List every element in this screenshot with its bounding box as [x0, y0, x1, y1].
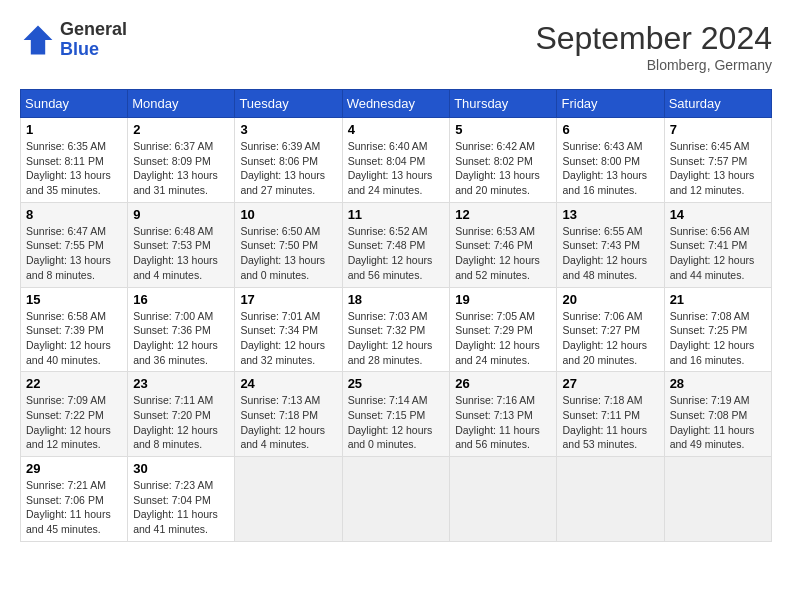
- day-number: 19: [455, 292, 551, 307]
- calendar-cell: 30Sunrise: 7:23 AMSunset: 7:04 PMDayligh…: [128, 457, 235, 542]
- page-header: General Blue September 2024 Blomberg, Ge…: [20, 20, 772, 73]
- day-info: Sunrise: 7:19 AMSunset: 7:08 PMDaylight:…: [670, 393, 766, 452]
- day-number: 14: [670, 207, 766, 222]
- day-number: 28: [670, 376, 766, 391]
- day-info: Sunrise: 6:56 AMSunset: 7:41 PMDaylight:…: [670, 224, 766, 283]
- day-number: 9: [133, 207, 229, 222]
- day-number: 1: [26, 122, 122, 137]
- day-info: Sunrise: 6:47 AMSunset: 7:55 PMDaylight:…: [26, 224, 122, 283]
- calendar-week-row: 15Sunrise: 6:58 AMSunset: 7:39 PMDayligh…: [21, 287, 772, 372]
- calendar-cell: 4Sunrise: 6:40 AMSunset: 8:04 PMDaylight…: [342, 118, 450, 203]
- calendar-cell: 7Sunrise: 6:45 AMSunset: 7:57 PMDaylight…: [664, 118, 771, 203]
- calendar-cell: 22Sunrise: 7:09 AMSunset: 7:22 PMDayligh…: [21, 372, 128, 457]
- logo: General Blue: [20, 20, 127, 60]
- calendar-cell: [342, 457, 450, 542]
- day-number: 4: [348, 122, 445, 137]
- day-info: Sunrise: 7:11 AMSunset: 7:20 PMDaylight:…: [133, 393, 229, 452]
- calendar-cell: 21Sunrise: 7:08 AMSunset: 7:25 PMDayligh…: [664, 287, 771, 372]
- day-number: 13: [562, 207, 658, 222]
- calendar-cell: [235, 457, 342, 542]
- calendar-cell: 1Sunrise: 6:35 AMSunset: 8:11 PMDaylight…: [21, 118, 128, 203]
- day-number: 23: [133, 376, 229, 391]
- calendar-cell: [557, 457, 664, 542]
- day-number: 27: [562, 376, 658, 391]
- calendar-week-row: 8Sunrise: 6:47 AMSunset: 7:55 PMDaylight…: [21, 202, 772, 287]
- day-number: 8: [26, 207, 122, 222]
- day-number: 7: [670, 122, 766, 137]
- calendar-cell: 13Sunrise: 6:55 AMSunset: 7:43 PMDayligh…: [557, 202, 664, 287]
- day-of-week-header: Sunday: [21, 90, 128, 118]
- day-info: Sunrise: 6:52 AMSunset: 7:48 PMDaylight:…: [348, 224, 445, 283]
- calendar-cell: 18Sunrise: 7:03 AMSunset: 7:32 PMDayligh…: [342, 287, 450, 372]
- day-of-week-header: Thursday: [450, 90, 557, 118]
- day-number: 3: [240, 122, 336, 137]
- day-info: Sunrise: 6:37 AMSunset: 8:09 PMDaylight:…: [133, 139, 229, 198]
- calendar-cell: 16Sunrise: 7:00 AMSunset: 7:36 PMDayligh…: [128, 287, 235, 372]
- calendar-header-row: SundayMondayTuesdayWednesdayThursdayFrid…: [21, 90, 772, 118]
- calendar-cell: 19Sunrise: 7:05 AMSunset: 7:29 PMDayligh…: [450, 287, 557, 372]
- calendar-cell: 10Sunrise: 6:50 AMSunset: 7:50 PMDayligh…: [235, 202, 342, 287]
- calendar-cell: 28Sunrise: 7:19 AMSunset: 7:08 PMDayligh…: [664, 372, 771, 457]
- calendar-week-row: 29Sunrise: 7:21 AMSunset: 7:06 PMDayligh…: [21, 457, 772, 542]
- day-info: Sunrise: 6:58 AMSunset: 7:39 PMDaylight:…: [26, 309, 122, 368]
- day-info: Sunrise: 7:09 AMSunset: 7:22 PMDaylight:…: [26, 393, 122, 452]
- day-number: 6: [562, 122, 658, 137]
- calendar-cell: 14Sunrise: 6:56 AMSunset: 7:41 PMDayligh…: [664, 202, 771, 287]
- day-number: 10: [240, 207, 336, 222]
- calendar-cell: 5Sunrise: 6:42 AMSunset: 8:02 PMDaylight…: [450, 118, 557, 203]
- calendar-cell: 27Sunrise: 7:18 AMSunset: 7:11 PMDayligh…: [557, 372, 664, 457]
- location: Blomberg, Germany: [535, 57, 772, 73]
- calendar-week-row: 22Sunrise: 7:09 AMSunset: 7:22 PMDayligh…: [21, 372, 772, 457]
- calendar-cell: [450, 457, 557, 542]
- calendar-cell: 20Sunrise: 7:06 AMSunset: 7:27 PMDayligh…: [557, 287, 664, 372]
- day-number: 18: [348, 292, 445, 307]
- calendar-cell: 25Sunrise: 7:14 AMSunset: 7:15 PMDayligh…: [342, 372, 450, 457]
- day-info: Sunrise: 7:16 AMSunset: 7:13 PMDaylight:…: [455, 393, 551, 452]
- day-info: Sunrise: 7:21 AMSunset: 7:06 PMDaylight:…: [26, 478, 122, 537]
- day-info: Sunrise: 6:43 AMSunset: 8:00 PMDaylight:…: [562, 139, 658, 198]
- day-number: 12: [455, 207, 551, 222]
- day-info: Sunrise: 6:48 AMSunset: 7:53 PMDaylight:…: [133, 224, 229, 283]
- day-number: 15: [26, 292, 122, 307]
- day-number: 2: [133, 122, 229, 137]
- day-info: Sunrise: 7:06 AMSunset: 7:27 PMDaylight:…: [562, 309, 658, 368]
- calendar-cell: 3Sunrise: 6:39 AMSunset: 8:06 PMDaylight…: [235, 118, 342, 203]
- calendar-table: SundayMondayTuesdayWednesdayThursdayFrid…: [20, 89, 772, 542]
- month-title: September 2024: [535, 20, 772, 57]
- calendar-cell: 9Sunrise: 6:48 AMSunset: 7:53 PMDaylight…: [128, 202, 235, 287]
- day-of-week-header: Tuesday: [235, 90, 342, 118]
- day-info: Sunrise: 7:08 AMSunset: 7:25 PMDaylight:…: [670, 309, 766, 368]
- day-info: Sunrise: 7:01 AMSunset: 7:34 PMDaylight:…: [240, 309, 336, 368]
- day-of-week-header: Saturday: [664, 90, 771, 118]
- logo-blue: Blue: [60, 40, 127, 60]
- day-number: 24: [240, 376, 336, 391]
- day-info: Sunrise: 7:23 AMSunset: 7:04 PMDaylight:…: [133, 478, 229, 537]
- calendar-cell: 29Sunrise: 7:21 AMSunset: 7:06 PMDayligh…: [21, 457, 128, 542]
- day-number: 21: [670, 292, 766, 307]
- calendar-cell: 26Sunrise: 7:16 AMSunset: 7:13 PMDayligh…: [450, 372, 557, 457]
- day-number: 20: [562, 292, 658, 307]
- day-number: 29: [26, 461, 122, 476]
- day-info: Sunrise: 7:13 AMSunset: 7:18 PMDaylight:…: [240, 393, 336, 452]
- day-info: Sunrise: 7:05 AMSunset: 7:29 PMDaylight:…: [455, 309, 551, 368]
- day-info: Sunrise: 6:50 AMSunset: 7:50 PMDaylight:…: [240, 224, 336, 283]
- day-number: 30: [133, 461, 229, 476]
- day-number: 16: [133, 292, 229, 307]
- day-info: Sunrise: 6:53 AMSunset: 7:46 PMDaylight:…: [455, 224, 551, 283]
- calendar-cell: 2Sunrise: 6:37 AMSunset: 8:09 PMDaylight…: [128, 118, 235, 203]
- calendar-week-row: 1Sunrise: 6:35 AMSunset: 8:11 PMDaylight…: [21, 118, 772, 203]
- calendar-cell: 12Sunrise: 6:53 AMSunset: 7:46 PMDayligh…: [450, 202, 557, 287]
- calendar-cell: 6Sunrise: 6:43 AMSunset: 8:00 PMDaylight…: [557, 118, 664, 203]
- day-info: Sunrise: 7:18 AMSunset: 7:11 PMDaylight:…: [562, 393, 658, 452]
- svg-marker-0: [24, 25, 53, 54]
- day-number: 25: [348, 376, 445, 391]
- day-info: Sunrise: 6:42 AMSunset: 8:02 PMDaylight:…: [455, 139, 551, 198]
- day-info: Sunrise: 6:45 AMSunset: 7:57 PMDaylight:…: [670, 139, 766, 198]
- day-of-week-header: Wednesday: [342, 90, 450, 118]
- day-number: 26: [455, 376, 551, 391]
- day-of-week-header: Friday: [557, 90, 664, 118]
- calendar-cell: [664, 457, 771, 542]
- day-info: Sunrise: 7:14 AMSunset: 7:15 PMDaylight:…: [348, 393, 445, 452]
- logo-icon: [20, 22, 56, 58]
- day-info: Sunrise: 6:39 AMSunset: 8:06 PMDaylight:…: [240, 139, 336, 198]
